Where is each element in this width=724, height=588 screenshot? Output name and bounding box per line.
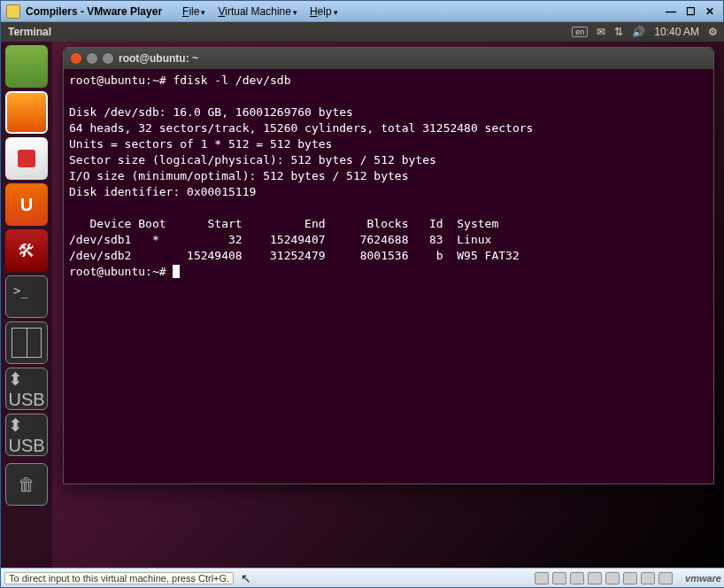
fdisk-disk-line: Disk /dev/sdb: 16.0 GB, 16001269760 byte… — [69, 105, 353, 119]
maximize-button[interactable]: ☐ — [682, 5, 698, 18]
vmware-device-tray: vmware — [535, 572, 721, 584]
guest-desktop[interactable]: Terminal en ✉ ⇅ 🔊 10:40 AM ⚙ U 🛠 ⬍USB ⬍U… — [1, 22, 724, 569]
mail-icon[interactable]: ✉ — [597, 26, 605, 38]
launcher-terminal[interactable] — [5, 275, 48, 318]
fdisk-units-line: Units = sectors of 1 * 512 = 512 bytes — [69, 137, 332, 151]
terminal-title: root@ubuntu: ~ — [119, 52, 198, 65]
vmware-brand: vmware — [685, 573, 721, 584]
ubuntu-top-panel: Terminal en ✉ ⇅ 🔊 10:40 AM ⚙ — [1, 22, 724, 42]
vmware-titlebar: Compilers - VMware Player File▾ Virtual … — [1, 1, 723, 22]
active-app-title: Terminal — [8, 26, 51, 38]
fdisk-row-1: /dev/sdb1 * 32 15249407 7624688 83 Linux — [69, 233, 491, 246]
fdisk-io-line: I/O size (minimum/optimal): 512 bytes / … — [69, 169, 409, 182]
device-floppy-icon[interactable] — [570, 572, 584, 584]
fdisk-geom-line: 64 heads, 32 sectors/track, 15260 cylind… — [69, 121, 533, 135]
vmware-player-window: Compilers - VMware Player File▾ Virtual … — [0, 0, 724, 588]
keyboard-layout-indicator[interactable]: en — [572, 27, 588, 37]
device-usb-icon[interactable] — [605, 572, 620, 584]
vmware-status-bar: To direct input to this virtual machine,… — [1, 568, 724, 587]
terminal-cursor — [173, 265, 180, 278]
terminal-minimize-icon[interactable] — [87, 53, 97, 64]
menu-help[interactable]: Help▾ — [307, 4, 341, 19]
clock[interactable]: 10:40 AM — [654, 26, 699, 38]
fdisk-identifier-line: Disk identifier: 0x00015119 — [69, 185, 256, 198]
terminal-prompt: root@ubuntu:~# — [69, 265, 173, 278]
fdisk-sector-line: Sector size (logical/physical): 512 byte… — [69, 153, 436, 166]
vmware-icon — [6, 4, 20, 19]
volume-icon[interactable]: 🔊 — [632, 26, 645, 38]
device-hdd-icon[interactable] — [535, 572, 549, 584]
device-display-icon[interactable] — [659, 572, 673, 584]
minimize-button[interactable]: — — [663, 5, 679, 18]
fdisk-row-2: /dev/sdb2 15249408 31252479 8001536 b W9… — [69, 249, 520, 262]
terminal-prompt: root@ubuntu:~# — [69, 74, 173, 87]
fdisk-table-header: Device Boot Start End Blocks Id System — [69, 217, 498, 230]
vmware-title: Compilers - VMware Player — [26, 5, 162, 18]
terminal-maximize-icon[interactable] — [103, 53, 113, 64]
launcher-trash[interactable]: 🗑 — [5, 463, 48, 506]
unity-launcher: U 🛠 ⬍USB ⬍USB 🗑 — [1, 42, 52, 569]
launcher-software-center[interactable] — [5, 137, 48, 180]
close-button[interactable]: ✕ — [702, 5, 718, 18]
terminal-command: fdisk -l /dev/sdb — [173, 74, 290, 87]
launcher-system-settings[interactable]: 🛠 — [5, 229, 48, 272]
launcher-workspace-switcher[interactable] — [5, 321, 48, 364]
device-printer-icon[interactable] — [641, 572, 655, 584]
terminal-titlebar[interactable]: root@ubuntu: ~ — [64, 48, 713, 69]
menu-virtual-machine[interactable]: Virtual Machine▾ — [215, 4, 300, 19]
launcher-libreoffice-impress[interactable] — [5, 91, 48, 134]
terminal-content[interactable]: root@ubuntu:~# fdisk -l /dev/sdb Disk /d… — [64, 69, 713, 484]
terminal-close-icon[interactable] — [71, 53, 81, 64]
terminal-window[interactable]: root@ubuntu: ~ root@ubuntu:~# fdisk -l /… — [63, 47, 714, 484]
mouse-cursor-icon: ↖ — [241, 571, 251, 585]
device-network-icon[interactable] — [588, 572, 602, 584]
vmware-input-hint: To direct input to this virtual machine,… — [4, 572, 234, 584]
launcher-libreoffice-calc[interactable] — [5, 45, 48, 88]
network-icon[interactable]: ⇅ — [614, 26, 623, 38]
menu-file[interactable]: File▾ — [180, 4, 208, 19]
device-cd-icon[interactable] — [552, 572, 566, 584]
launcher-ubuntu-one[interactable]: U — [5, 183, 48, 226]
launcher-usb-device-1[interactable]: ⬍USB — [5, 368, 48, 410]
session-gear-icon[interactable]: ⚙ — [708, 26, 718, 38]
device-sound-icon[interactable] — [623, 572, 637, 584]
launcher-usb-device-2[interactable]: ⬍USB — [5, 414, 48, 456]
